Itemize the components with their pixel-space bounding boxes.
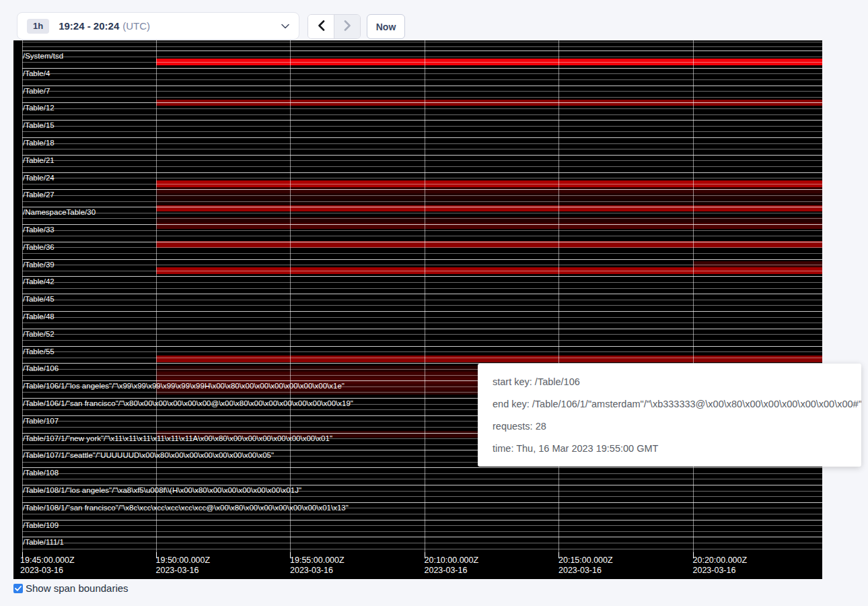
- next-button[interactable]: [334, 15, 360, 38]
- span-boundary-line: [22, 473, 822, 474]
- span-boundary-line: [22, 525, 822, 526]
- row-label: /NamespaceTable/30: [23, 208, 96, 217]
- axis-date-label: 2023-03-16: [20, 566, 63, 575]
- span-boundary-line: [22, 340, 822, 341]
- row-label: /Table/108: [23, 469, 59, 477]
- span-boundary-line: [22, 467, 822, 468]
- span-boundary-line: [22, 50, 822, 51]
- span-boundary-line: [22, 126, 822, 127]
- row-label: /Table/108/1/"san francisco"/"\x8c\xcc\x…: [23, 504, 349, 512]
- span-boundary-line: [22, 282, 822, 283]
- span-boundaries-checkbox[interactable]: [13, 584, 23, 593]
- key-visualizer-canvas[interactable]: /System/tsd/Table/4/Table/7/Table/12/Tab…: [13, 40, 822, 579]
- row-label: /Table/33: [23, 226, 55, 234]
- span-boundary-line: [22, 218, 822, 219]
- time-bucket-line: [290, 40, 291, 552]
- range-utc-suffix: (UTC): [122, 20, 150, 32]
- chevron-left-icon: [318, 20, 325, 33]
- span-boundary-line: [22, 276, 822, 277]
- range-duration-badge: 1h: [27, 19, 49, 34]
- span-boundary-line: [22, 334, 822, 335]
- span-boundary-line: [22, 149, 822, 149]
- span-boundary-line: [22, 247, 822, 248]
- span-boundary-line: [22, 184, 822, 184]
- span-boundary-line: [22, 514, 822, 514]
- heat-band: [156, 193, 822, 199]
- span-boundary-line: [22, 79, 822, 80]
- span-boundary-line: [22, 120, 822, 121]
- heat-band: [156, 356, 822, 362]
- span-boundary-line: [22, 42, 822, 42]
- span-boundary-line: [22, 531, 822, 532]
- axis-time-label: 19:45:00.000Z: [20, 556, 75, 565]
- span-boundary-line: [22, 236, 822, 236]
- span-boundary-line: [22, 265, 822, 265]
- span-boundary-line: [22, 137, 822, 138]
- row-label: /Table/107: [23, 417, 59, 426]
- heat-band: [156, 217, 822, 223]
- span-boundary-line: [22, 253, 822, 254]
- span-boundary-line: [22, 242, 822, 242]
- row-label: /Table/109: [23, 521, 59, 530]
- row-label: /Table/12: [23, 104, 55, 112]
- span-boundary-line: [22, 97, 822, 98]
- span-boundary-line: [22, 543, 822, 543]
- span-boundary-line: [22, 131, 822, 132]
- span-boundary-line: [22, 102, 822, 103]
- span-boundary-line: [22, 46, 822, 47]
- axis-time-label: 20:10:00.000Z: [425, 556, 479, 565]
- range-text: 19:24 - 20:24: [59, 20, 119, 32]
- check-icon: [15, 586, 22, 591]
- time-nav-group: [308, 14, 361, 39]
- span-boundary-line: [22, 68, 822, 69]
- row-label: /Table/42: [23, 277, 55, 286]
- axis-time-label: 20:20:00.000Z: [693, 556, 748, 565]
- time-range-dropdown[interactable]: 1h 19:24 - 20:24 (UTC): [17, 12, 299, 40]
- row-label: /Table/4: [23, 69, 50, 78]
- row-label: /Table/27: [23, 191, 55, 199]
- span-boundary-line: [22, 323, 822, 323]
- row-label: /Table/21: [23, 156, 55, 165]
- span-boundary-line: [22, 160, 822, 161]
- key-visualizer-page: 1h 19:24 - 20:24 (UTC) Now /System/tsd/T…: [0, 0, 868, 606]
- axis-time-label: 20:15:00.000Z: [558, 556, 613, 565]
- span-boundary-line: [22, 166, 822, 167]
- span-boundary-line: [22, 73, 822, 74]
- row-label: /Table/39: [23, 261, 55, 269]
- span-boundary-line: [22, 195, 822, 196]
- prev-button[interactable]: [308, 15, 334, 38]
- span-boundary-line: [22, 502, 822, 503]
- row-label: /Table/36: [23, 243, 55, 252]
- span-boundary-line: [22, 288, 822, 289]
- row-label: /Table/106: [23, 364, 59, 373]
- tooltip-line: requests: 28: [493, 415, 846, 438]
- span-boundary-line: [22, 329, 822, 329]
- span-boundary-line: [22, 143, 822, 144]
- span-boundary-line: [22, 62, 822, 63]
- tooltip-line: end key: /Table/106/1/"amsterdam"/"\xb33…: [493, 393, 846, 415]
- now-button[interactable]: Now: [367, 14, 405, 39]
- span-boundary-line: [22, 271, 822, 271]
- span-boundary-line: [22, 178, 822, 178]
- row-label: /Table/55: [23, 347, 55, 356]
- row-label: /Table/108/1/"los angeles"/"\xa8\xf5\u00…: [23, 486, 301, 495]
- span-boundary-line: [22, 259, 822, 260]
- heat-band: [156, 187, 822, 193]
- span-boundary-line: [22, 317, 822, 318]
- row-label: /Table/106/1/"san francisco"/"\x80\x00\x…: [23, 399, 353, 408]
- span-boundary-line: [22, 207, 822, 207]
- span-boundary-line: [22, 155, 822, 156]
- row-label: /Table/15: [23, 121, 55, 130]
- span-boundary-line: [22, 485, 822, 485]
- span-boundary-line: [22, 305, 822, 306]
- tooltip-line: start key: /Table/106: [493, 371, 846, 393]
- row-label: /System/tsd: [23, 52, 63, 61]
- row-label: /Table/107/1/"new york"/"\x11\x11\x11\x1…: [23, 434, 332, 443]
- axis-date-label: 2023-03-16: [425, 566, 468, 575]
- span-boundary-line: [22, 189, 822, 190]
- span-boundary-line: [22, 358, 822, 358]
- row-label: /Table/52: [23, 330, 55, 339]
- axis-time-label: 19:50:00.000Z: [156, 556, 211, 565]
- row-label: /Table/24: [23, 174, 55, 182]
- axis-date-label: 2023-03-16: [558, 566, 602, 575]
